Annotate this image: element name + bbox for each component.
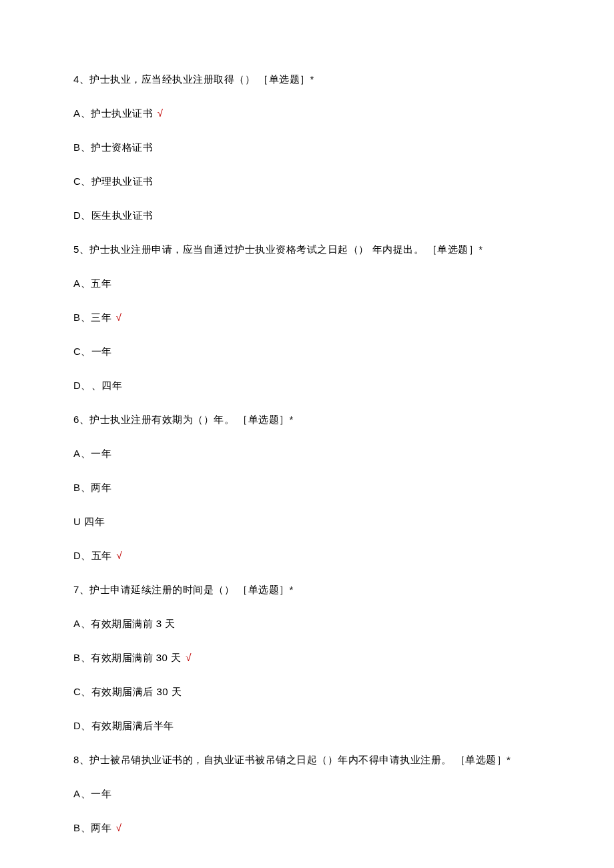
answer-option: B、有效期届满前 30 天 √ [73, 650, 541, 665]
option-text: B、护士资格证书 [73, 141, 153, 153]
answer-option: C、护理执业证书 [73, 174, 541, 188]
answer-option: B、三年 √ [73, 310, 541, 324]
option-text: B、两年 [73, 482, 111, 493]
correct-mark-icon: √ [116, 312, 122, 323]
correct-mark-icon: √ [117, 550, 123, 561]
correct-mark-icon: √ [116, 822, 122, 833]
answer-option: A、有效期届满前 3 天 [73, 616, 541, 630]
option-text: C、一年 [73, 346, 112, 357]
answer-option: A、一年 [73, 446, 541, 460]
correct-mark-icon: √ [186, 652, 192, 663]
option-text: D、五年 [73, 550, 112, 561]
option-text: D、医生执业证书 [73, 209, 154, 221]
question-stem: 5、护士执业注册申请，应当自通过护士执业资格考试之日起（） 年内提出。 ［单选题… [73, 242, 541, 256]
option-text: A、一年 [73, 788, 111, 799]
question-stem: 7、护士申请延续注册的时间是（） ［单选题］* [73, 582, 541, 596]
answer-option: A、一年 [73, 787, 541, 801]
answer-option: B、两年 [73, 480, 541, 494]
option-text: A、有效期届满前 3 天 [73, 618, 176, 629]
option-text: B、三年 [73, 312, 111, 323]
answer-option: C、有效期届满后 30 天 [73, 685, 541, 699]
question-stem: 4、护士执业，应当经执业注册取得（） ［单选题］* [73, 72, 541, 86]
option-text: C、有效期届满后 30 天 [73, 686, 182, 697]
answer-option: B、两年 √ [73, 821, 541, 835]
answer-option: D、、四年 [73, 378, 541, 392]
answer-option: D、五年 √ [73, 548, 541, 562]
answer-option: A、护士执业证书 √ [73, 106, 541, 120]
question-stem: 8、护士被吊销执业证书的，自执业证书被吊销之日起（）年内不得申请执业注册。 ［单… [73, 753, 541, 767]
answer-option: D、医生执业证书 [73, 208, 541, 222]
option-text: C、护理执业证书 [73, 175, 154, 187]
option-text: D、、四年 [73, 380, 122, 391]
option-text: B、有效期届满前 30 天 [73, 652, 182, 663]
question-stem: 6、护士执业注册有效期为（）年。 ［单选题］* [73, 412, 541, 426]
answer-option: U 四年 [73, 514, 541, 528]
correct-mark-icon: √ [158, 107, 164, 119]
option-text: B、两年 [73, 822, 111, 833]
answer-option: A、五年 [73, 276, 541, 290]
answer-option: C、一年 [73, 344, 541, 358]
option-text: A、一年 [73, 448, 111, 459]
answer-option: D、有效期届满后半年 [73, 719, 541, 733]
option-text: A、护士执业证书 [73, 107, 153, 119]
option-text: A、五年 [73, 278, 111, 289]
option-text: D、有效期届满后半年 [73, 720, 174, 731]
answer-option: B、护士资格证书 [73, 140, 541, 154]
option-text: U 四年 [73, 516, 105, 527]
